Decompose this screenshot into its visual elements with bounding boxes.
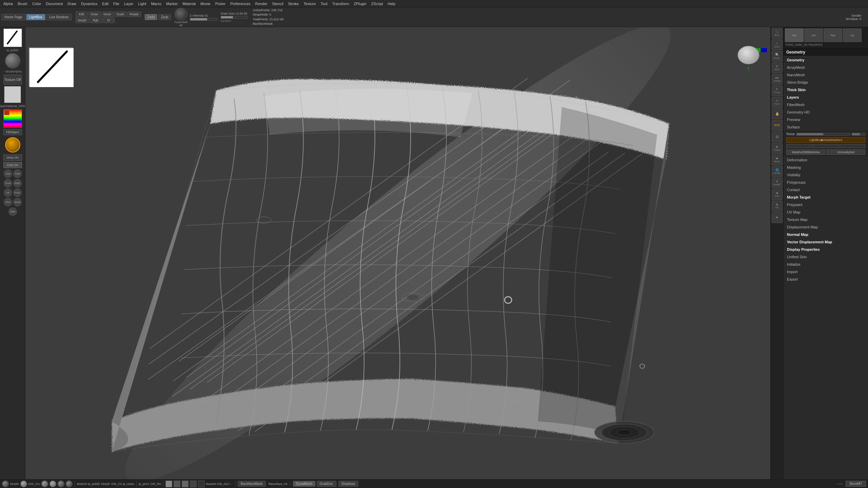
noise-bar-1[interactable] (786, 144, 812, 148)
unmasky-noi-btn[interactable]: UnmaskyNoi (826, 149, 865, 155)
brush-alpha-circle[interactable] (5, 53, 20, 68)
brush-spolish[interactable]: sPol (4, 198, 12, 206)
tab-live-boolean[interactable]: Live Boolean (46, 14, 72, 20)
rt-local-btn[interactable]: 🌐 LocalD (772, 166, 783, 177)
cont-on-btn[interactable]: Cont On (3, 162, 22, 168)
brush-trimad[interactable]: TrmA (4, 179, 12, 187)
far-right-item-export[interactable]: Export (784, 276, 868, 283)
brush-morph[interactable]: Mrph (13, 179, 22, 187)
far-right-item-surface[interactable]: Surface (784, 123, 868, 131)
bottom-mat-1[interactable] (165, 481, 172, 487)
bottom-brush-1[interactable] (2, 481, 9, 487)
mask-by-noise-btn[interactable]: Mask\u200bByNoise (786, 149, 825, 155)
rt-lock-btn[interactable]: 🔒 (772, 108, 783, 119)
menu-dynamics[interactable]: Dynamics (79, 1, 99, 6)
tool-scale-btn[interactable]: Scale (114, 12, 127, 17)
menu-zplugin[interactable]: ZPlugin (352, 1, 368, 6)
far-right-item-polypaint[interactable]: Polypaint (784, 201, 868, 208)
once-on-btn[interactable]: Once On (3, 155, 22, 161)
brush-inflat[interactable]: Infl (4, 188, 12, 197)
bottom-mat-3[interactable] (182, 481, 189, 487)
viewport[interactable]: ↑ (25, 27, 770, 479)
grabdoc-btn[interactable]: GrabDoc (317, 481, 336, 487)
texture-btn[interactable]: Texture Off (3, 75, 22, 85)
rt-frame-btn[interactable]: ⊟ Frame (772, 143, 783, 154)
rt-aahalf-btn[interactable]: AA AAHal (772, 74, 783, 85)
menu-preferences[interactable]: Preferences (228, 1, 252, 6)
color-picker[interactable] (3, 109, 22, 128)
far-right-item-visibility[interactable]: Visibility (784, 171, 868, 179)
rt-brush-btn[interactable]: ⬛ Brus (772, 28, 783, 39)
tab-lightbox[interactable]: LightBox (26, 14, 45, 20)
brush-preview-thumbnail[interactable] (3, 28, 22, 47)
menu-render[interactable]: Render (253, 1, 270, 6)
rt-solo-btn[interactable]: ⊕ (772, 212, 783, 223)
menu-help[interactable]: Help (386, 1, 398, 6)
rt-grid-btn[interactable]: ⊡ (772, 131, 783, 142)
menu-light[interactable]: Light (136, 1, 149, 6)
rt-floor-btn[interactable]: ≡ Floor (772, 97, 783, 108)
far-right-item-deformation[interactable]: Deformation (784, 156, 868, 164)
tool-edit-btn[interactable]: Edit (76, 12, 88, 17)
lightbox-noisemarkers-btn[interactable]: LightBox▶NoiseMarkers (786, 137, 865, 143)
far-right-item-displacement-map[interactable]: Displacement Map (784, 223, 868, 231)
menu-alpha[interactable]: Alpha (1, 1, 15, 6)
dynamesh-btn[interactable]: DynaMesh (293, 481, 315, 487)
menu-marker[interactable]: Marker (164, 1, 180, 6)
menu-edit[interactable]: Edit (100, 1, 111, 6)
bottom-brush-5[interactable] (58, 481, 64, 487)
fill-object-btn[interactable]: FillObject (3, 129, 22, 135)
far-right-item-geometry[interactable]: Geometry (784, 56, 868, 64)
menu-zscript[interactable]: ZScript (369, 1, 385, 6)
menu-file[interactable]: File (111, 1, 121, 6)
menu-movie[interactable]: Movie (198, 1, 212, 6)
rt-move-btn[interactable]: ⇄ Move (772, 155, 783, 165)
menu-texture[interactable]: Texture (301, 1, 318, 6)
bottom-brush-4[interactable] (50, 481, 56, 487)
bottom-brush-3[interactable] (41, 481, 48, 487)
far-right-item-display-properties[interactable]: Display Properties (784, 246, 868, 253)
far-right-item-nanomesh[interactable]: NanoMesh (784, 71, 868, 79)
rt-persp-btn[interactable]: P Persp (772, 85, 783, 96)
menu-macro[interactable]: Macro (149, 1, 163, 6)
menu-document[interactable]: Document (44, 1, 65, 6)
far-right-item-unified-skin[interactable]: Unified Skin (784, 253, 868, 261)
rt-actual-btn[interactable]: ⊙ Actu (772, 62, 783, 73)
rt-xyz-btn[interactable]: XYZ (772, 120, 783, 131)
tool-move-btn[interactable]: Move (101, 12, 114, 17)
rt-rotate-btn[interactable]: ↺ RotatE (772, 178, 783, 188)
far-right-item-slime-bridge[interactable]: Slime Bridge (784, 79, 868, 86)
brush-zmodel[interactable]: ZMdl (8, 207, 17, 216)
far-right-item-arraymesh[interactable]: ArrayMesh (784, 64, 868, 71)
mode-rgb-btn[interactable]: Rgb (90, 18, 102, 23)
menu-stencil[interactable]: Stencil (270, 1, 285, 6)
noise-slider-2[interactable] (852, 133, 865, 136)
bottom-mat-4[interactable] (190, 481, 197, 487)
geometry-section-title[interactable]: Geometry (784, 48, 868, 56)
brush-snakeht[interactable]: SnkH (13, 198, 22, 206)
menu-draw[interactable]: Draw (65, 1, 78, 6)
menu-picker[interactable]: Picker (213, 1, 228, 6)
menu-transform[interactable]: Transform (330, 1, 351, 6)
rt-zoom-btn[interactable]: 🔍 Zoom (772, 51, 783, 62)
menu-material[interactable]: Material (180, 1, 198, 6)
menu-stroke[interactable]: Stroke (286, 1, 301, 6)
bottom-mat-2[interactable] (174, 481, 180, 487)
tool-thumb-4[interactable]: Cyl (843, 28, 862, 42)
bottom-mat-5[interactable] (198, 481, 205, 487)
far-right-item-initialize[interactable]: Initialize (784, 261, 868, 268)
far-right-item-uv-map[interactable]: UV Map (784, 208, 868, 216)
shadows-btn[interactable]: Shadows (338, 481, 358, 487)
backface-mask-btn[interactable]: BackfaceMask (238, 481, 266, 487)
material-swatch[interactable] (4, 86, 21, 103)
rt-ghost-btn[interactable]: ⧉ Fill (772, 201, 783, 211)
far-right-item-polygroups[interactable]: Polygroups (784, 179, 868, 186)
menu-layer[interactable]: Layer (122, 1, 136, 6)
far-right-item-layers[interactable]: Layers (784, 94, 868, 101)
noise-bar-3[interactable] (840, 144, 865, 148)
nav-gizmo[interactable]: ↑ (736, 46, 760, 73)
tool-thumb-1[interactable]: Z3D (785, 28, 804, 42)
far-right-item-preview[interactable]: Preview (784, 116, 868, 123)
far-right-item-masking[interactable]: Masking (784, 164, 868, 171)
store-mt-btn[interactable]: StoreMT (846, 481, 866, 487)
